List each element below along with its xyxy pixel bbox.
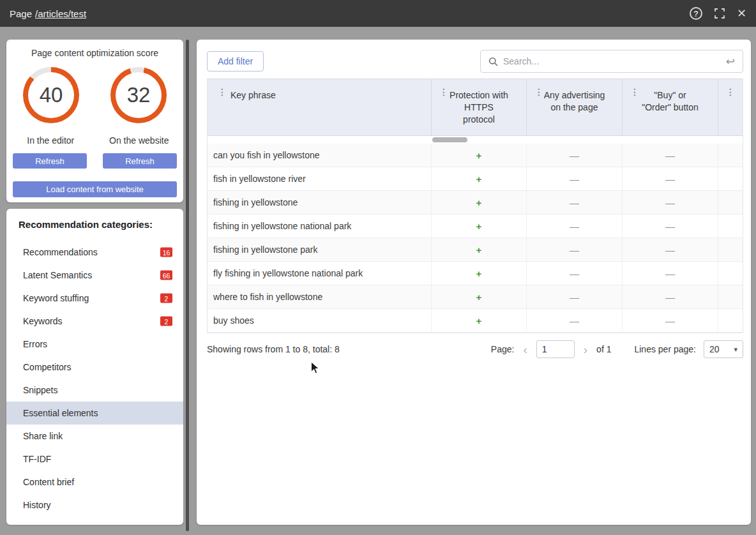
sidebar-item-label: Keywords [23,316,62,326]
table-footer: Showing rows from 1 to 8, total: 8 Page:… [207,340,743,359]
rows-summary: Showing rows from 1 to 8, total: 8 [207,344,340,354]
plus-mark: + [476,268,482,279]
column-menu-icon[interactable]: ⋮ [439,87,448,96]
dash-mark: — [570,315,579,326]
horizontal-scrollbar[interactable] [208,136,743,144]
key-phrase-cell: fly fishing in yellowstone national park [208,262,432,285]
status-cell: — [623,238,718,261]
sidebar-item-latent-semantics[interactable]: Latent Semantics66 [6,264,183,287]
table-row[interactable]: fishing in yellowstone national park+—— [208,215,743,238]
key-phrase-text: buy shoes [213,315,254,326]
sidebar-item-label: Essential elements [23,408,98,418]
status-cell: — [623,191,718,214]
sidebar-item-errors[interactable]: Errors [6,333,183,356]
dash-mark: — [665,268,675,279]
sidebar-item-competitors[interactable]: Competitors [6,356,183,379]
vertical-scrollbar[interactable] [186,40,189,531]
sidebar-item-keywords[interactable]: Keywords2 [6,310,183,333]
empty-cell [718,167,743,190]
page-link[interactable]: /articles/test [35,8,86,19]
fullscreen-icon[interactable] [714,8,725,19]
page-title: Page/articles/test [10,8,86,19]
count-badge: 2 [160,317,172,326]
editor-score-value: 40 [28,72,74,118]
sidebar-item-tf-idf[interactable]: TF-IDF [6,448,183,471]
caret-down-icon: ▾ [734,345,737,354]
column-menu-icon[interactable]: ⋮ [218,87,227,96]
key-phrase-text: where to fish in yellowstone [213,292,322,302]
dash-mark: — [665,292,675,303]
sidebar-item-essential-elements[interactable]: Essential elements [6,402,183,425]
main-panel: Add filter ↩ ⋮Key phrase⋮Protection with… [197,40,751,525]
table-row[interactable]: can you fish in yellowstone+—— [208,144,743,167]
dash-mark: — [665,221,675,232]
lines-per-page-select[interactable]: 20 ▾ [704,340,743,358]
column-title: Key phrase [208,89,431,102]
keyphrase-table: ⋮Key phrase⋮Protection with HTTPS protoc… [207,79,743,333]
editor-score-label: In the editor [6,135,95,146]
search-input[interactable] [503,56,721,66]
website-score-gauge: 32 [110,67,167,123]
sidebar-item-history[interactable]: History [6,494,183,516]
help-icon[interactable]: ? [690,7,702,20]
load-content-button[interactable]: Load content from website [13,181,177,197]
status-cell: + [432,309,527,332]
sidebar-item-keyword-stuffing[interactable]: Keyword stuffing2 [6,287,183,310]
column-menu-icon[interactable]: ⋮ [534,87,543,96]
sidebar-item-label: Keyword stuffing [23,293,89,303]
key-phrase-text: fly fishing in yellowstone national park [213,268,363,278]
status-cell: — [527,167,623,190]
status-cell: — [527,191,623,214]
sidebar-item-recommendations[interactable]: Recommendations16 [6,241,183,264]
status-cell: + [432,262,527,285]
horizontal-scrollbar-thumb[interactable] [432,137,467,142]
dash-mark: — [570,150,579,161]
sidebar-item-label: History [23,500,51,510]
count-badge: 66 [160,271,172,280]
column-menu-icon[interactable]: ⋮ [726,87,735,96]
page-number-input[interactable] [536,340,575,358]
category-list: Recommendations16Latent Semantics66Keywo… [6,241,183,516]
status-cell: — [527,262,623,285]
key-phrase-text: can you fish in yellowstone [213,150,320,160]
status-cell: — [623,144,718,167]
table-row[interactable]: fly fishing in yellowstone national park… [208,262,743,285]
key-phrase-cell: fishing in yellowstone national park [208,215,432,237]
add-filter-button[interactable]: Add filter [207,51,264,72]
next-page-button[interactable]: › [582,343,589,356]
status-cell: — [623,309,718,332]
key-phrase-text: fishing in yellowstone national park [213,221,351,231]
sidebar-item-snippets[interactable]: Snippets [6,379,183,402]
dash-mark: — [665,315,675,326]
dash-mark: — [665,245,675,255]
empty-cell [718,309,743,332]
table-row[interactable]: where to fish in yellowstone+—— [208,285,743,309]
refresh-buttons: Refresh Refresh [13,153,177,169]
key-phrase-cell: buy shoes [208,309,432,332]
table-row[interactable]: fish in yellowstone river+—— [208,167,743,191]
empty-cell [718,191,743,214]
refresh-editor-button[interactable]: Refresh [13,153,87,169]
close-icon[interactable]: ✕ [737,8,746,19]
table-row[interactable]: buy shoes+—— [208,309,743,333]
dash-mark: — [570,245,579,255]
status-cell: + [432,144,527,167]
column-header-any-advertising-on-the-page: ⋮Any advertising on the page [527,79,623,135]
sidebar-item-content-brief[interactable]: Content brief [6,471,183,494]
sidebar-item-label: Latent Semantics [23,270,92,280]
plus-mark: + [476,221,482,232]
table-row[interactable]: fishing in yellowstone park+—— [208,238,743,262]
table-row[interactable]: fishing in yellowstone+—— [208,191,743,215]
refresh-website-button[interactable]: Refresh [103,153,177,169]
status-cell: — [527,144,623,167]
status-cell: + [432,167,527,190]
status-cell: — [527,238,623,261]
column-menu-icon[interactable]: ⋮ [630,87,639,96]
key-phrase-text: fishing in yellowstone [213,197,298,207]
prev-page-button[interactable]: ‹ [522,343,528,356]
sidebar-item-share-link[interactable]: Share link [6,425,183,448]
status-cell: — [623,262,718,285]
search-box[interactable]: ↩ [480,50,743,73]
lines-per-page-label: Lines per page: [634,344,696,354]
website-score-value: 32 [116,72,162,118]
